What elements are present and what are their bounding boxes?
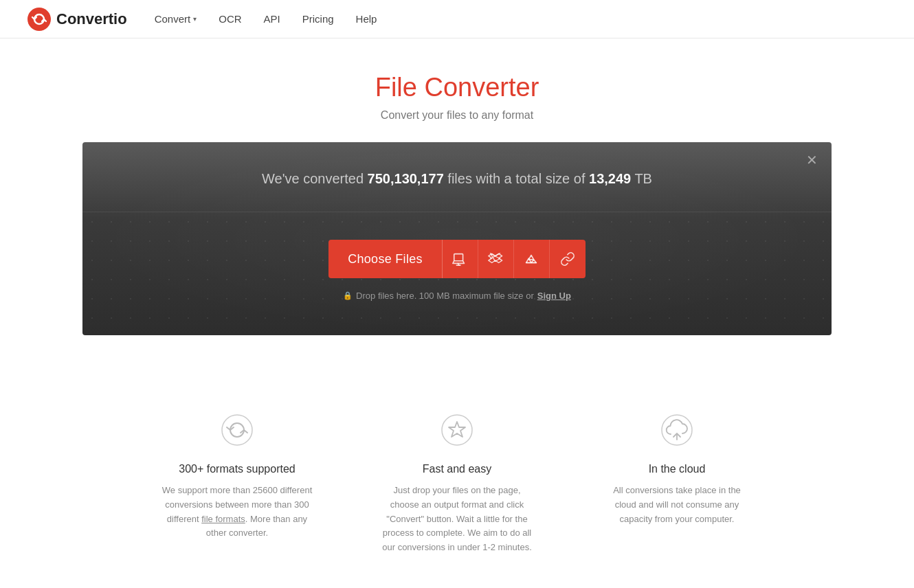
feature-formats: 300+ formats supported We support more t…	[161, 411, 313, 555]
nav-item-convert[interactable]: Convert ▾	[155, 13, 197, 25]
feature-cloud-desc: All conversions take place in the cloud …	[601, 484, 753, 526]
nav-link-convert[interactable]: Convert ▾	[155, 13, 197, 25]
drop-hint: 🔒 Drop files here. 100 MB maximum file s…	[343, 291, 571, 301]
nav-links: Convert ▾ OCR API Pricing Help	[155, 13, 377, 25]
stats-suffix: TB	[631, 171, 652, 186]
signup-link[interactable]: Sign Up	[537, 291, 571, 301]
svg-rect-1	[454, 254, 463, 261]
close-button[interactable]: ✕	[806, 153, 818, 167]
feature-cloud: In the cloud All conversions take place …	[601, 411, 753, 555]
stats-size: 13,249	[589, 171, 631, 186]
stats-prefix: We've converted	[262, 171, 368, 186]
nav-link-pricing[interactable]: Pricing	[302, 13, 334, 25]
nav-link-ocr[interactable]: OCR	[219, 13, 241, 25]
feature-cloud-title: In the cloud	[601, 463, 753, 475]
svg-point-7	[442, 415, 472, 445]
features-section: 300+ formats supported We support more t…	[0, 370, 914, 583]
feature-formats-title: 300+ formats supported	[161, 463, 313, 475]
nav-item-help[interactable]: Help	[356, 13, 377, 25]
drop-hint-text: Drop files here. 100 MB maximum file siz…	[356, 291, 534, 301]
stats-middle: files with a total size of	[444, 171, 589, 186]
feature-fast-title: Fast and easy	[381, 463, 533, 475]
hero-section: File Converter Convert your files to any…	[0, 38, 914, 142]
chevron-down-icon: ▾	[193, 15, 197, 23]
feature-fast-desc: Just drop your files on the page, choose…	[381, 484, 533, 555]
hero-subtitle: Convert your files to any format	[14, 109, 900, 122]
svg-point-6	[222, 415, 252, 445]
choose-icons-group	[442, 240, 586, 278]
refresh-icon	[218, 411, 256, 449]
stats-bar: We've converted 750,130,177 files with a…	[82, 142, 832, 212]
svg-point-0	[27, 8, 51, 31]
navbar: Convertio Convert ▾ OCR API Pricing Help	[0, 0, 914, 38]
logo-text: Convertio	[56, 10, 127, 28]
nav-link-help[interactable]: Help	[356, 13, 377, 25]
google-drive-icon[interactable]	[514, 240, 550, 278]
cloud-icon	[658, 411, 696, 449]
star-icon	[438, 411, 476, 449]
feature-fast: Fast and easy Just drop your files on th…	[381, 411, 533, 555]
file-formats-link[interactable]: file formats	[201, 514, 245, 524]
logo[interactable]: Convertio	[27, 8, 127, 31]
nav-item-api[interactable]: API	[264, 13, 280, 25]
nav-item-pricing[interactable]: Pricing	[302, 13, 334, 25]
choose-files-button[interactable]: Choose Files	[328, 240, 586, 278]
nav-link-api[interactable]: API	[264, 13, 280, 25]
feature-formats-desc: We support more than 25600 different con…	[161, 484, 313, 541]
stats-files: 750,130,177	[368, 171, 444, 186]
nav-item-ocr[interactable]: OCR	[219, 13, 241, 25]
dropbox-icon[interactable]	[478, 240, 514, 278]
svg-marker-8	[449, 422, 465, 437]
local-file-icon[interactable]	[443, 240, 478, 278]
upload-area: Choose Files	[82, 212, 832, 335]
lock-icon: 🔒	[343, 291, 353, 300]
choose-files-label: Choose Files	[328, 252, 442, 267]
converter-box: ✕ We've converted 750,130,177 files with…	[82, 142, 832, 335]
url-link-icon[interactable]	[550, 240, 586, 278]
page-title: File Converter	[14, 73, 900, 102]
